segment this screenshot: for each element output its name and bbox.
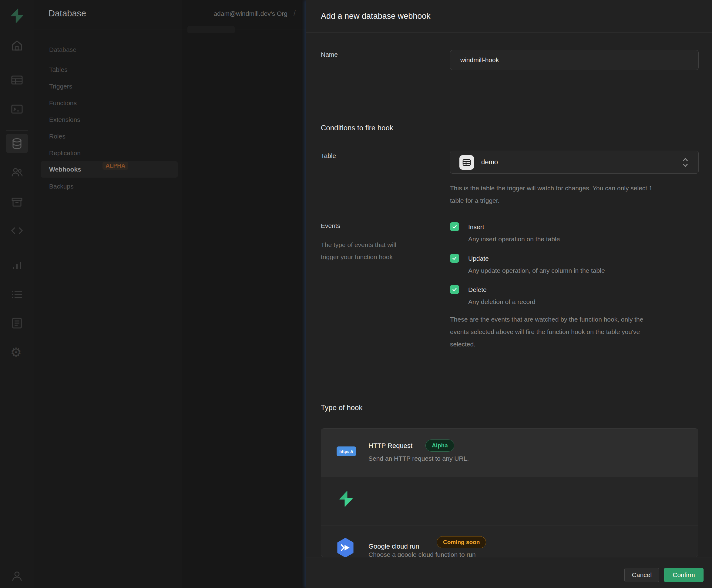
delete-checkbox[interactable] <box>450 285 459 294</box>
logs-list-icon[interactable] <box>10 288 24 301</box>
supabase-logo-icon[interactable] <box>9 8 25 25</box>
table-label: Table <box>321 152 336 160</box>
rail-divider <box>6 130 28 131</box>
update-label: Update <box>468 254 489 263</box>
hook-type-heading: Type of hook <box>321 403 362 412</box>
app-window: ⚙ Database Database Tables Triggers Func… <box>0 0 712 588</box>
update-desc: Any update operation, of any column in t… <box>468 267 605 275</box>
reports-chart-icon[interactable] <box>10 259 24 272</box>
name-label: Name <box>321 51 338 58</box>
sidebar-item-webhooks-label: Webhooks <box>49 166 81 173</box>
cancel-button[interactable]: Cancel <box>624 568 659 582</box>
hook-option-title: Google cloud run <box>368 542 420 551</box>
sidebar-item-triggers[interactable]: Triggers <box>49 82 72 90</box>
name-input[interactable] <box>450 50 699 70</box>
panel-title: Add a new database webhook <box>321 12 431 21</box>
table-help-text: This is the table the trigger will watch… <box>450 182 662 207</box>
confirm-button[interactable]: Confirm <box>664 568 704 582</box>
table-editor-icon[interactable] <box>10 74 24 87</box>
database-icon[interactable] <box>10 137 24 150</box>
org-breadcrumb[interactable]: adam@windmill.dev's Org <box>194 10 287 17</box>
panel-divider <box>306 33 712 33</box>
hook-option-desc: Send an HTTP request to any URL. <box>368 454 469 463</box>
sidebar-item-roles[interactable]: Roles <box>49 132 65 140</box>
breadcrumb-separator: / <box>293 8 296 18</box>
panel-divider <box>306 96 712 96</box>
hook-option-title: HTTP Request <box>368 442 412 450</box>
sql-editor-icon[interactable] <box>10 102 24 116</box>
table-select[interactable]: demo <box>450 151 699 174</box>
chevron-up-down-icon <box>682 157 689 168</box>
delete-desc: Any deletion of a record <box>468 298 535 306</box>
google-cloud-run-icon <box>337 538 354 557</box>
hook-type-list: https:// HTTP Request Alpha Send an HTTP… <box>321 428 698 557</box>
sidebar-item-tables[interactable]: Tables <box>49 66 68 74</box>
conditions-heading: Conditions to fire hook <box>321 124 393 132</box>
account-user-icon[interactable] <box>10 570 24 583</box>
page-title: Database <box>48 8 86 19</box>
sidebar-item-functions[interactable]: Functions <box>49 99 77 107</box>
icon-rail: ⚙ <box>0 0 34 588</box>
coming-soon-badge: Coming soon <box>437 536 486 548</box>
sidebar-item-webhooks[interactable]: Webhooks ALPHA <box>41 161 178 177</box>
alpha-badge: Alpha <box>425 440 454 451</box>
hook-option-supabase-function[interactable]: Supabase Function Coming soon Choose a S… <box>321 477 698 526</box>
events-note-text: These are the events that are watched by… <box>450 313 662 350</box>
panel-divider <box>306 376 712 376</box>
settings-gear-icon[interactable]: ⚙ <box>10 345 22 360</box>
table-icon <box>460 155 474 170</box>
supabase-bolt-icon <box>338 489 354 509</box>
sidebar-item-backups[interactable]: Backups <box>49 183 74 190</box>
nav-group-database: Database <box>49 46 76 53</box>
sidebar-item-extensions[interactable]: Extensions <box>49 116 80 124</box>
sidebar-nav: Database Database Tables Triggers Functi… <box>34 0 182 588</box>
header-divider <box>34 29 306 29</box>
storage-icon[interactable] <box>10 195 24 209</box>
delete-label: Delete <box>468 286 487 294</box>
hook-option-http-request[interactable]: https:// HTTP Request Alpha Send an HTTP… <box>321 428 698 477</box>
insert-desc: Any insert operation on the table <box>468 235 560 244</box>
home-icon[interactable] <box>10 39 24 52</box>
auth-users-icon[interactable] <box>10 166 24 179</box>
hook-option-desc: Choose a google cloud function to run <box>368 550 476 557</box>
https-icon: https:// <box>337 446 356 456</box>
panel-footer: Cancel Confirm <box>306 557 712 588</box>
table-select-value: demo <box>481 158 498 166</box>
events-help-text: The type of events that will trigger you… <box>321 239 412 263</box>
sidebar-item-replication[interactable]: Replication <box>49 149 81 157</box>
breadcrumb-skeleton <box>187 26 235 33</box>
events-label: Events <box>321 222 340 229</box>
api-code-icon[interactable] <box>10 224 24 237</box>
update-checkbox[interactable] <box>450 254 459 263</box>
insert-checkbox[interactable] <box>450 222 459 231</box>
hook-option-google-cloud-run[interactable]: Google cloud run Coming soon Choose a go… <box>321 526 698 557</box>
alpha-badge: ALPHA <box>102 162 128 170</box>
webhook-panel: Add a new database webhook Name Conditio… <box>306 0 712 588</box>
docs-file-icon[interactable] <box>10 316 24 330</box>
insert-label: Insert <box>468 223 484 231</box>
